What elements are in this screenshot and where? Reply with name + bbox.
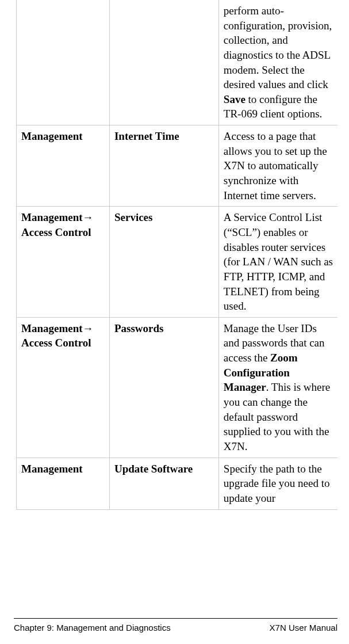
cell-option [109, 0, 218, 125]
cell-menu-path: Management [17, 125, 110, 207]
description-text: Access to a page that allows you to set … [224, 130, 327, 201]
menu-path-bold: Management [21, 130, 83, 142]
cell-menu-path [17, 0, 110, 125]
description-text: perform auto-configuration, provision, c… [224, 5, 332, 90]
footer-chapter: Chapter 9: Management and Diagnostics [14, 622, 171, 634]
cell-description: A Service Control List (“SCL”) enables o… [218, 207, 338, 317]
option-bold: Services [114, 211, 152, 223]
cell-menu-path: Management [17, 458, 110, 509]
cell-menu-path: Management→ Access Control [17, 317, 110, 458]
table-row: Management Internet Time Access to a pag… [17, 125, 338, 207]
table-row: Management→ Access Control Services A Se… [17, 207, 338, 317]
cell-menu-path: Management→ Access Control [17, 207, 110, 317]
cell-description: Specify the path to the upgrade file you… [218, 458, 338, 509]
description-bold: Save [224, 93, 246, 105]
footer-manual: X7N User Manual [270, 622, 338, 634]
cell-option: Services [109, 207, 218, 317]
description-text: A Service Control List (“SCL”) enables o… [224, 211, 333, 312]
option-bold: Update Software [114, 463, 193, 475]
menu-path-bold: Access Control [21, 226, 91, 238]
menu-path-bold: Management [21, 211, 83, 223]
table-row: Management→ Access Control Passwords Man… [17, 317, 338, 458]
cell-option: Internet Time [109, 125, 218, 207]
cell-option: Passwords [109, 317, 218, 458]
menu-path-bold: Access Control [21, 337, 91, 349]
menu-path-bold: Management [21, 322, 83, 334]
cell-description: Manage the User IDs and passwords that c… [218, 317, 338, 458]
arrow-icon: → [83, 322, 94, 334]
page-footer: Chapter 9: Management and Diagnostics X7… [14, 618, 338, 634]
menu-path-bold: Management [21, 463, 83, 475]
option-bold: Passwords [114, 322, 164, 334]
table-row: Management Update Software Specify the p… [17, 458, 338, 509]
cell-description: Access to a page that allows you to set … [218, 125, 338, 207]
option-bold: Internet Time [114, 130, 179, 142]
cell-option: Update Software [109, 458, 218, 509]
cell-description: perform auto-configuration, provision, c… [218, 0, 338, 125]
feature-table: perform auto-configuration, provision, c… [16, 0, 338, 510]
description-text: Specify the path to the upgrade file you… [224, 463, 330, 504]
table-row: perform auto-configuration, provision, c… [17, 0, 338, 125]
arrow-icon: → [83, 211, 94, 223]
